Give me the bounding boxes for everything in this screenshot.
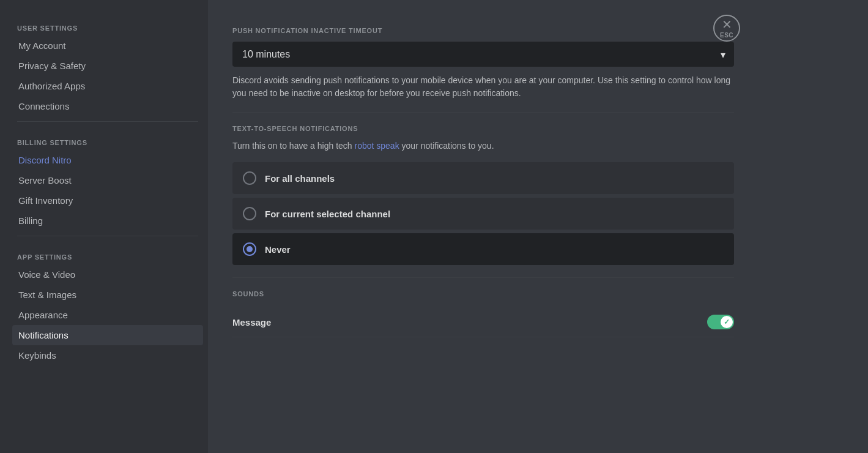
timeout-dropdown[interactable]: 1 minute5 minutes10 minutes15 minutes30 … [232,42,734,67]
sidebar-item-gift-inventory[interactable]: Gift Inventory [12,190,203,211]
tts-section-label: TEXT-TO-SPEECH NOTIFICATIONS [232,125,734,132]
close-button[interactable]: ✕ ESC [713,15,740,42]
sidebar-item-authorized-apps[interactable]: Authorized Apps [12,76,203,96]
sound-row-message: Message✓ [232,307,734,337]
sidebar-item-appearance[interactable]: Appearance [12,305,203,325]
sidebar-item-billing[interactable]: Billing [12,211,203,231]
sidebar-section-2: APP SETTINGS [12,244,203,264]
sidebar-item-server-boost[interactable]: Server Boost [12,170,203,190]
sidebar-divider-1 [17,236,198,236]
divider-1 [232,112,734,113]
timeout-dropdown-wrapper: 1 minute5 minutes10 minutes15 minutes30 … [232,42,734,67]
sidebar-item-discord-nitro[interactable]: Discord Nitro [12,150,203,170]
tts-description: Turn this on to have a high tech robot s… [232,140,734,152]
toggle-knob-message: ✓ [721,316,733,328]
sidebar-item-voice-video[interactable]: Voice & Video [12,264,203,285]
sidebar-section-0: USER SETTINGS [12,15,203,36]
radio-label-never: Never [265,244,291,255]
sidebar-item-text-images[interactable]: Text & Images [12,285,203,305]
tts-options: For all channelsFor current selected cha… [232,162,734,265]
radio-label-current-channel: For current selected channel [265,209,390,219]
sidebar-item-my-account[interactable]: My Account [12,36,203,56]
sidebar-divider-0 [17,121,198,122]
esc-label: ESC [720,32,733,39]
close-icon: ✕ [722,18,732,31]
tts-option-all-channels[interactable]: For all channels [232,162,734,194]
push-notification-description: Discord avoids sending push notification… [232,74,734,100]
toggle-check-icon: ✓ [724,318,730,326]
radio-circle-current-channel [243,207,256,220]
sound-name-message: Message [232,317,271,328]
sounds-section-label: SOUNDS [232,290,734,298]
tts-description-highlight: robot speak [355,141,399,151]
divider-2 [232,277,734,278]
tts-description-normal: Turn this on to have a high tech [232,141,355,151]
sounds-list: Message✓ [232,307,734,337]
main-content: PUSH NOTIFICATION INACTIVE TIMEOUT 1 min… [208,0,868,453]
tts-option-current-channel[interactable]: For current selected channel [232,198,734,230]
push-notification-label: PUSH NOTIFICATION INACTIVE TIMEOUT [232,27,734,34]
tts-description-end: your notifications to you. [399,141,494,151]
sidebar-item-connections[interactable]: Connections [12,96,203,116]
radio-circle-all-channels [243,171,256,185]
sidebar-item-privacy-safety[interactable]: Privacy & Safety [12,56,203,76]
sound-toggle-message[interactable]: ✓ [707,315,734,329]
radio-circle-never [243,242,256,256]
sidebar-item-keybinds[interactable]: Keybinds [12,345,203,365]
radio-label-all-channels: For all channels [265,173,335,184]
sidebar: USER SETTINGSMy AccountPrivacy & SafetyA… [0,0,208,453]
tts-option-never[interactable]: Never [232,233,734,265]
sidebar-item-notifications[interactable]: Notifications [12,325,203,345]
sidebar-section-1: BILLING SETTINGS [12,129,203,150]
